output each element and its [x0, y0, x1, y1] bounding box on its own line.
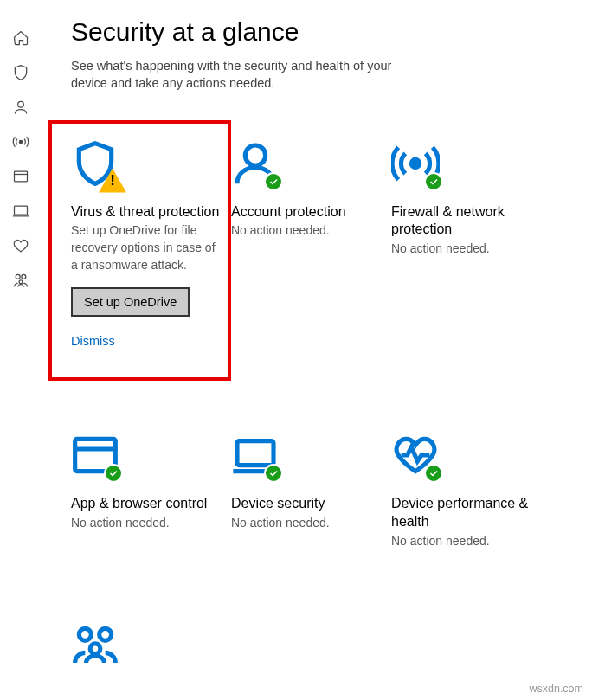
svg-rect-2: [15, 171, 28, 182]
svg-rect-3: [15, 206, 28, 215]
shield-icon: [12, 64, 29, 81]
nav-firewall[interactable]: [0, 125, 42, 159]
tile-title: Device security: [231, 495, 325, 513]
svg-point-5: [22, 274, 26, 279]
heart-big-wrap: [391, 431, 440, 479]
tile-account-protection[interactable]: Account protection No action needed.: [231, 124, 391, 382]
svg-rect-10: [237, 441, 273, 466]
nav-family[interactable]: [0, 263, 42, 298]
tile-desc: No action needed.: [71, 515, 170, 532]
ok-badge-icon: [424, 172, 443, 191]
tile-firewall[interactable]: Firewall & network protection No action …: [391, 124, 551, 382]
browser-big-wrap: [71, 431, 119, 479]
svg-point-6: [19, 280, 23, 284]
tile-device-performance[interactable]: Device performance & health No action ne…: [391, 415, 551, 570]
person-icon: [12, 99, 29, 116]
svg-point-11: [79, 629, 91, 641]
page-subtitle: See what's happening with the security a…: [71, 57, 417, 93]
tile-desc: No action needed.: [391, 241, 490, 258]
svg-point-4: [16, 274, 20, 279]
tile-title: App & browser control: [71, 495, 207, 513]
device-icon: [12, 202, 29, 220]
ok-badge-icon: [424, 464, 443, 483]
setup-onedrive-button[interactable]: Set up OneDrive: [71, 287, 190, 317]
svg-point-7: [245, 145, 265, 165]
tile-desc: No action needed.: [231, 515, 330, 532]
device-big-wrap: [231, 431, 280, 479]
home-icon: [12, 29, 29, 47]
svg-point-0: [18, 101, 24, 107]
tile-title: Virus & threat protection: [71, 203, 219, 222]
shield-big-wrap: !: [71, 139, 119, 188]
svg-point-13: [90, 644, 100, 654]
person-big-wrap: [231, 139, 280, 188]
tile-app-browser[interactable]: App & browser control No action needed.: [71, 415, 231, 570]
broadcast-big-wrap: [391, 139, 440, 188]
family-icon: [12, 272, 29, 289]
tile-device-security[interactable]: Device security No action needed.: [231, 415, 391, 570]
tile-title: Account protection: [231, 203, 346, 222]
tile-title: Device performance & health: [391, 495, 543, 531]
dismiss-link[interactable]: Dismiss: [71, 334, 115, 348]
svg-point-12: [100, 629, 112, 641]
tile-title: Firewall & network protection: [391, 203, 543, 240]
tile-desc: No action needed.: [231, 222, 330, 240]
nav-device-security[interactable]: [0, 194, 42, 228]
tile-desc: Set up OneDrive for file recovery option…: [71, 222, 224, 273]
page-title: Security at a glance: [71, 17, 575, 47]
ok-badge-icon: [104, 464, 123, 483]
ok-badge-icon: [264, 172, 283, 191]
main: Security at a glance See what's happenin…: [42, 0, 592, 700]
watermark: wsxdn.com: [529, 683, 583, 695]
tile-virus-threat[interactable]: ! Virus & threat protection Set up OneDr…: [48, 120, 231, 382]
family-big-wrap: [71, 620, 119, 669]
nav-performance[interactable]: [0, 228, 42, 263]
tile-desc: No action needed.: [391, 533, 490, 550]
browser-icon: [12, 168, 29, 185]
broadcast-icon: [12, 133, 29, 151]
heart-icon: [12, 237, 29, 254]
nav-home[interactable]: [0, 21, 42, 55]
family-big-icon: [71, 620, 119, 669]
tile-family-options[interactable]: [71, 605, 231, 700]
nav-app-browser[interactable]: [0, 159, 42, 194]
svg-point-8: [411, 159, 419, 167]
sidebar: [0, 0, 42, 700]
nav-account[interactable]: [0, 90, 42, 125]
ok-badge-icon: [264, 464, 283, 483]
nav-virus[interactable]: [0, 55, 42, 90]
svg-point-1: [19, 140, 22, 143]
tiles-grid: ! Virus & threat protection Set up OneDr…: [71, 124, 575, 700]
